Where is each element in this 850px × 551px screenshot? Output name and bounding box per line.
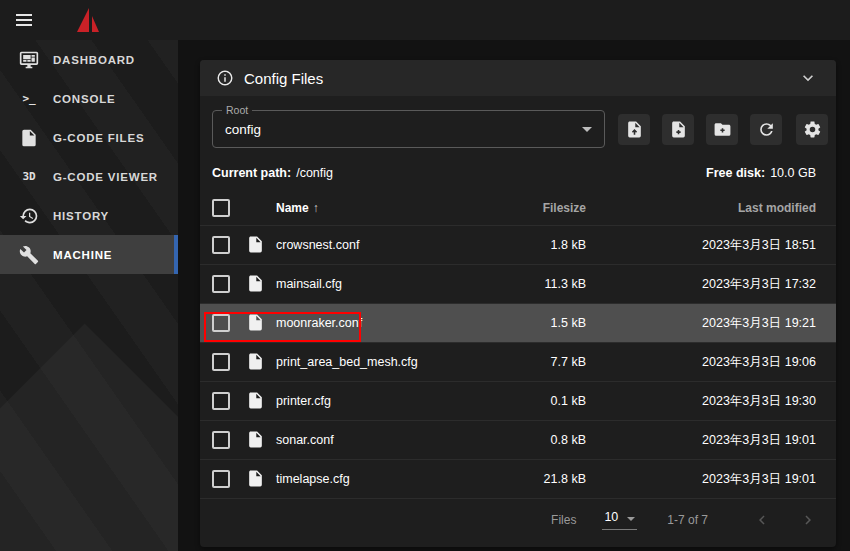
panel-title: Config Files: [244, 70, 794, 87]
row-checkbox[interactable]: [212, 431, 230, 449]
file-icon: [246, 430, 266, 450]
file-name: printer.cfg: [276, 394, 486, 408]
folder-plus-icon: [713, 120, 732, 139]
sidebar-item-console[interactable]: >_ CONSOLE: [0, 79, 178, 118]
file-size: 21.8 kB: [486, 472, 586, 486]
column-header-filesize[interactable]: Filesize: [486, 201, 586, 215]
chevron-left-icon: [753, 511, 771, 529]
per-page-value: 10: [604, 510, 618, 524]
file-modified: 2023年3月3日 19:01: [586, 471, 816, 488]
toolbar-buttons: [618, 114, 828, 145]
file-modified: 2023年3月3日 19:30: [586, 393, 816, 410]
file-icon: [246, 469, 266, 489]
current-path-value: /config: [296, 166, 333, 180]
row-checkbox[interactable]: [212, 470, 230, 488]
upload-file-button[interactable]: [618, 114, 650, 145]
file-modified: 2023年3月3日 19:21: [586, 315, 816, 332]
file-icon: [246, 235, 266, 255]
config-files-panel: Config Files Root config: [200, 60, 836, 547]
sidebar-item-gcode-viewer[interactable]: 3D G-CODE VIEWER: [0, 157, 178, 196]
table-row[interactable]: sonar.conf 0.8 kB 2023年3月3日 19:01: [200, 421, 836, 460]
sidebar-item-machine[interactable]: MACHINE: [0, 235, 178, 274]
mainsail-logo-icon: [76, 7, 100, 33]
table-row[interactable]: print_area_bed_mesh.cfg 7.7 kB 2023年3月3日…: [200, 343, 836, 382]
column-header-modified[interactable]: Last modified: [586, 201, 816, 215]
sidebar-item-label: DASHBOARD: [53, 54, 135, 66]
sidebar-item-history[interactable]: HISTORY: [0, 196, 178, 235]
gcode-files-icon: [18, 127, 40, 149]
column-header-name[interactable]: Name ↑: [276, 201, 319, 215]
file-icon: [246, 352, 266, 372]
table-row[interactable]: crowsnest.conf 1.8 kB 2023年3月3日 18:51: [200, 226, 836, 265]
root-select-label: Root: [222, 104, 252, 116]
path-row: Current path: /config Free disk: 10.0 GB: [212, 166, 816, 180]
sidebar-item-gcode-files[interactable]: G-CODE FILES: [0, 118, 178, 157]
machine-wrench-icon: [18, 244, 40, 266]
files-per-page-label: Files: [551, 513, 576, 527]
sidebar-item-label: HISTORY: [53, 210, 109, 222]
file-name: sonar.conf: [276, 433, 486, 447]
root-select[interactable]: Root config: [212, 110, 605, 148]
file-name: crowsnest.conf: [276, 238, 486, 252]
main-content: Config Files Root config: [178, 40, 850, 551]
collapse-panel-button[interactable]: [794, 64, 822, 92]
file-plus-icon: [669, 120, 688, 139]
free-disk-value: 10.0 GB: [770, 166, 816, 180]
caret-down-icon: [627, 517, 635, 521]
create-folder-button[interactable]: [706, 114, 738, 145]
file-size: 7.7 kB: [486, 355, 586, 369]
file-size: 11.3 kB: [486, 277, 586, 291]
file-icon: [246, 391, 266, 411]
table-row-highlighted[interactable]: moonraker.conf 1.5 kB 2023年3月3日 19:21: [200, 304, 836, 343]
table-footer: Files 10 1-7 of 7: [200, 499, 836, 541]
table-row[interactable]: printer.cfg 0.1 kB 2023年3月3日 19:30: [200, 382, 836, 421]
row-checkbox[interactable]: [212, 314, 230, 332]
row-checkbox[interactable]: [212, 275, 230, 293]
file-name: moonraker.conf: [276, 316, 486, 330]
free-disk-label: Free disk:: [706, 166, 765, 180]
gcode-viewer-icon: 3D: [18, 166, 40, 188]
row-checkbox[interactable]: [212, 236, 230, 254]
file-size: 0.1 kB: [486, 394, 586, 408]
refresh-icon: [757, 120, 776, 139]
file-size: 1.5 kB: [486, 316, 586, 330]
file-modified: 2023年3月3日 18:51: [586, 237, 816, 254]
sidebar: DASHBOARD >_ CONSOLE G-CODE FILES 3D G-C…: [0, 40, 178, 551]
prev-page-button[interactable]: [750, 508, 774, 532]
table-header: Name ↑ Filesize Last modified: [200, 190, 836, 226]
row-checkbox[interactable]: [212, 353, 230, 371]
select-all-checkbox[interactable]: [212, 199, 230, 217]
panel-header: Config Files: [200, 60, 836, 96]
dashboard-icon: [18, 49, 40, 71]
file-size: 1.8 kB: [486, 238, 586, 252]
menu-button[interactable]: [4, 0, 44, 40]
sidebar-item-label: MACHINE: [53, 249, 112, 261]
settings-button[interactable]: [796, 114, 828, 145]
table-row[interactable]: timelapse.cfg 21.8 kB 2023年3月3日 19:01: [200, 460, 836, 499]
root-select-value: config: [225, 122, 261, 137]
create-file-button[interactable]: [662, 114, 694, 145]
file-modified: 2023年3月3日 19:06: [586, 354, 816, 371]
history-icon: [18, 205, 40, 227]
refresh-button[interactable]: [750, 114, 782, 145]
file-name: timelapse.cfg: [276, 472, 486, 486]
next-page-button[interactable]: [796, 508, 820, 532]
sidebar-item-label: G-CODE VIEWER: [53, 171, 158, 183]
top-bar: [0, 0, 850, 40]
file-upload-icon: [625, 120, 644, 139]
row-checkbox[interactable]: [212, 392, 230, 410]
sidebar-item-dashboard[interactable]: DASHBOARD: [0, 40, 178, 79]
toolbar: Root config: [212, 110, 828, 148]
file-name: mainsail.cfg: [276, 277, 486, 291]
caret-down-icon: [582, 127, 592, 132]
per-page-select[interactable]: 10: [602, 510, 637, 530]
sidebar-item-label: CONSOLE: [53, 93, 115, 105]
table-row[interactable]: mainsail.cfg 11.3 kB 2023年3月3日 17:32: [200, 265, 836, 304]
file-name: print_area_bed_mesh.cfg: [276, 355, 486, 369]
current-path-label: Current path:: [212, 166, 291, 180]
info-icon: [216, 69, 234, 87]
sort-ascending-icon: ↑: [313, 201, 319, 215]
chevron-right-icon: [799, 511, 817, 529]
gear-icon: [803, 120, 822, 139]
file-icon: [246, 313, 266, 333]
